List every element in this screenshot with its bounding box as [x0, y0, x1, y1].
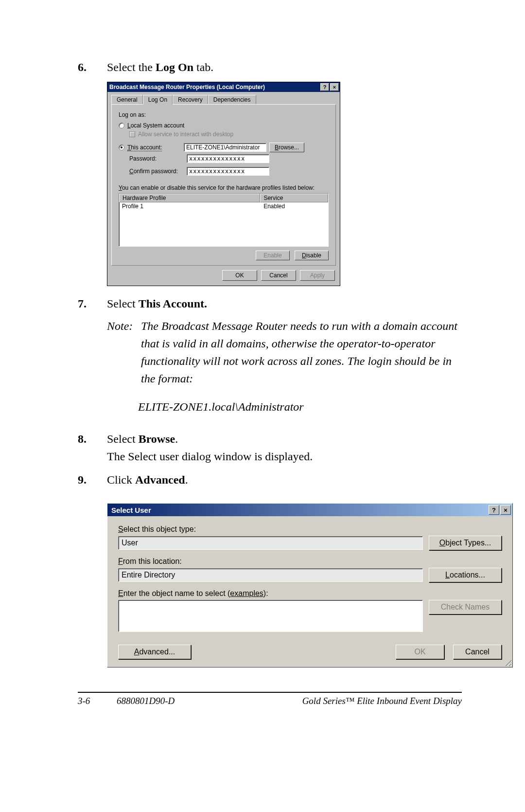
password-input[interactable]: xxxxxxxxxxxxxx: [187, 154, 269, 163]
this-account-label: This account:: [127, 144, 181, 151]
check-names-button: Check Names: [429, 600, 502, 614]
tab-recovery[interactable]: Recovery: [173, 95, 208, 105]
from-location-label: From this location:: [118, 557, 502, 566]
close-icon[interactable]: ×: [500, 505, 511, 515]
hardware-profile-list[interactable]: Hardware Profile Service Profile 1 Enabl…: [119, 193, 329, 247]
step-9-text: Click Advanced.: [107, 471, 462, 488]
cancel-button[interactable]: Cancel: [261, 270, 296, 281]
browse-button[interactable]: Browse...: [269, 143, 304, 152]
note-format-example: ELITE-ZONE1.local\Administrator: [138, 398, 462, 415]
local-system-label: Local System account: [127, 122, 184, 129]
confirm-password-label: Confirm password:: [129, 168, 183, 175]
col-hardware-profile[interactable]: Hardware Profile: [119, 194, 260, 202]
document-id: 6880801D90-D: [117, 696, 228, 706]
location-field: Entire Directory: [118, 568, 423, 582]
resize-grip-icon[interactable]: [504, 658, 511, 666]
apply-button: Apply: [300, 270, 335, 281]
help-icon[interactable]: ?: [320, 83, 329, 91]
select-user-dialog: Select User ? × Select this object type:…: [107, 503, 513, 668]
dialog-title: Broadcast Message Router Properties (Loc…: [109, 84, 265, 90]
dialog-title: Select User: [111, 506, 151, 514]
object-name-input[interactable]: [118, 600, 423, 632]
dialog-title-bar: Select User ? ×: [107, 504, 512, 516]
tab-dependencies[interactable]: Dependencies: [208, 95, 256, 105]
step-6-text: Select the Log On tab.: [107, 58, 462, 76]
tab-general[interactable]: General: [111, 95, 143, 105]
advanced-button[interactable]: Advanced...: [118, 645, 191, 659]
object-type-label: Select this object type:: [118, 525, 502, 534]
ok-button[interactable]: OK: [222, 270, 257, 281]
enable-button: Enable: [256, 251, 290, 260]
radio-local-system[interactable]: [119, 123, 124, 128]
table-row[interactable]: Profile 1 Enabled: [119, 202, 328, 210]
step-7-text: Select This Account.: [107, 297, 207, 310]
page-footer: 3-6 6880801D90-D Gold Series™ Elite Inbo…: [78, 696, 462, 706]
hw-profile-desc: You can enable or disable this service f…: [119, 184, 329, 191]
account-input[interactable]: ELITE-ZONE1\Administrator: [184, 143, 266, 152]
radio-this-account[interactable]: [119, 144, 124, 150]
dialog-title-bar: Broadcast Message Router Properties (Loc…: [107, 82, 340, 92]
page-number: 3-6: [78, 696, 117, 706]
locations-button[interactable]: Locations...: [429, 568, 502, 582]
step-8-text: Select Browse. The Select user dialog wi…: [107, 430, 462, 465]
cancel-button[interactable]: Cancel: [453, 645, 502, 659]
checkbox-interact-desktop: [129, 131, 135, 137]
step-number-8: 8.: [78, 430, 107, 465]
confirm-password-input[interactable]: xxxxxxxxxxxxxx: [187, 167, 269, 176]
ok-button: OK: [396, 645, 444, 659]
step-number-6: 6.: [78, 58, 107, 76]
logon-as-label: Log on as:: [119, 111, 329, 118]
object-types-button[interactable]: Object Types...: [429, 536, 502, 550]
step-number-7: 7.: [78, 295, 107, 424]
col-service[interactable]: Service: [260, 194, 328, 202]
properties-dialog: Broadcast Message Router Properties (Loc…: [107, 82, 340, 286]
object-name-label: Enter the object name to select (example…: [118, 589, 502, 598]
product-name: Gold Series™ Elite Inbound Event Display: [228, 696, 462, 706]
password-label: Password:: [129, 155, 183, 162]
interact-desktop-label: Allow service to interact with desktop: [138, 131, 233, 138]
note-block: Note: The Broadcast Message Router needs…: [107, 317, 462, 387]
step-number-9: 9.: [78, 471, 107, 488]
object-type-field: User: [118, 536, 423, 550]
disable-button[interactable]: Disable: [295, 251, 329, 260]
close-icon[interactable]: ×: [330, 83, 339, 91]
tab-logon[interactable]: Log On: [143, 95, 173, 105]
help-icon[interactable]: ?: [489, 505, 499, 515]
